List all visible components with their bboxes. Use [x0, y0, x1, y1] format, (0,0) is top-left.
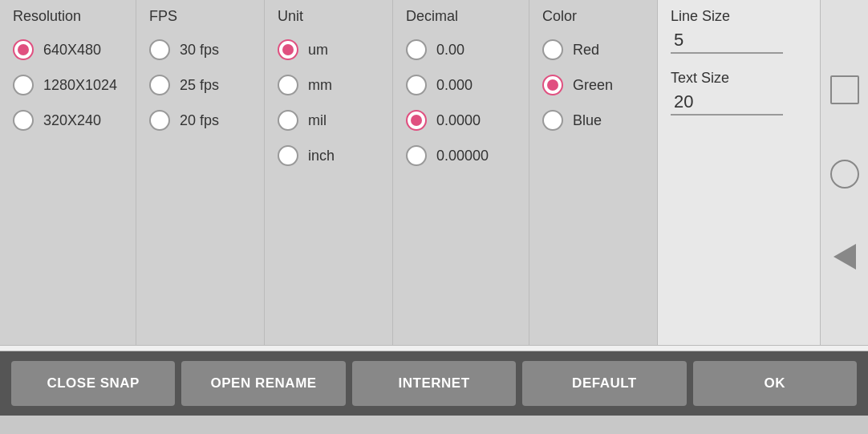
resolution-label-1: 1280X1024	[43, 77, 117, 94]
unit-label-0: um	[308, 42, 328, 59]
unit-column: Unit um mm mil inch	[265, 0, 393, 345]
resolution-label-0: 640X480	[43, 42, 101, 59]
decimal-radio-0[interactable]	[406, 39, 427, 60]
text-size-input[interactable]	[671, 90, 783, 116]
fps-radio-0[interactable]	[149, 39, 170, 60]
side-icons-panel	[820, 0, 868, 345]
square-icon[interactable]	[830, 75, 859, 104]
resolution-radio-0[interactable]	[13, 39, 34, 60]
decimal-label-3: 0.00000	[436, 148, 489, 164]
resolution-option-0[interactable]: 640X480	[13, 39, 123, 60]
resolution-column: Resolution 640X480 1280X1024 320X240	[0, 0, 136, 345]
line-size-input[interactable]	[671, 28, 783, 54]
decimal-header: Decimal	[406, 8, 516, 25]
circle-icon[interactable]	[830, 160, 859, 189]
ok-button[interactable]: OK	[693, 361, 857, 406]
color-label-2: Blue	[573, 112, 602, 129]
unit-radio-0[interactable]	[278, 39, 298, 60]
decimal-option-0[interactable]: 0.00	[406, 39, 516, 60]
unit-radio-1[interactable]	[278, 75, 298, 95]
fps-label-2: 20 fps	[180, 112, 219, 129]
unit-header: Unit	[278, 8, 379, 25]
decimal-radio-3[interactable]	[406, 145, 427, 166]
resolution-header: Resolution	[13, 8, 123, 25]
resolution-option-2[interactable]: 320X240	[13, 110, 123, 131]
color-label-0: Red	[573, 42, 599, 59]
color-header: Color	[542, 8, 644, 25]
color-option-0[interactable]: Red	[542, 39, 644, 60]
fps-header: FPS	[149, 8, 251, 25]
close-snap-button[interactable]: CLOSE SNAP	[11, 361, 175, 406]
unit-option-0[interactable]: um	[278, 39, 379, 60]
unit-label-3: inch	[308, 148, 335, 164]
decimal-option-1[interactable]: 0.000	[406, 75, 516, 95]
decimal-radio-1[interactable]	[406, 75, 427, 95]
color-radio-0[interactable]	[542, 39, 563, 60]
fps-label-0: 30 fps	[180, 42, 219, 59]
color-label-1: Green	[573, 77, 613, 94]
fps-label-1: 25 fps	[180, 77, 219, 94]
open-rename-button[interactable]: OPEN RENAME	[181, 361, 345, 406]
unit-radio-2[interactable]	[278, 110, 298, 131]
decimal-label-0: 0.00	[436, 42, 464, 59]
decimal-label-2: 0.0000	[436, 112, 481, 129]
unit-option-1[interactable]: mm	[278, 75, 379, 95]
fps-option-2[interactable]: 20 fps	[149, 110, 251, 131]
fps-option-0[interactable]: 30 fps	[149, 39, 251, 60]
color-column: Color Red Green Blue	[529, 0, 658, 345]
color-radio-2[interactable]	[542, 110, 563, 131]
fps-radio-1[interactable]	[149, 75, 170, 95]
decimal-option-3[interactable]: 0.00000	[406, 145, 516, 166]
resolution-radio-1[interactable]	[13, 75, 34, 95]
resolution-radio-2[interactable]	[13, 110, 34, 131]
decimal-option-2[interactable]: 0.0000	[406, 110, 516, 131]
fps-radio-2[interactable]	[149, 110, 170, 131]
bottom-toolbar: CLOSE SNAP OPEN RENAME INTERNET DEFAULT …	[0, 351, 868, 416]
decimal-radio-2[interactable]	[406, 110, 427, 131]
unit-label-1: mm	[308, 77, 332, 94]
internet-button[interactable]: INTERNET	[352, 361, 516, 406]
resolution-option-1[interactable]: 1280X1024	[13, 75, 123, 95]
decimal-column: Decimal 0.00 0.000 0.0000 0.00000	[393, 0, 529, 345]
default-button[interactable]: DEFAULT	[522, 361, 686, 406]
fps-column: FPS 30 fps 25 fps 20 fps	[136, 0, 265, 345]
color-option-2[interactable]: Blue	[542, 110, 644, 131]
fps-option-1[interactable]: 25 fps	[149, 75, 251, 95]
triangle-icon[interactable]	[834, 244, 856, 270]
decimal-label-1: 0.000	[436, 77, 473, 94]
divider	[0, 345, 868, 351]
resolution-label-2: 320X240	[43, 112, 101, 129]
unit-radio-3[interactable]	[278, 145, 298, 166]
color-radio-1[interactable]	[542, 75, 563, 95]
unit-option-3[interactable]: inch	[278, 145, 379, 166]
unit-option-2[interactable]: mil	[278, 110, 379, 131]
color-option-1[interactable]: Green	[542, 75, 644, 95]
unit-label-2: mil	[308, 112, 327, 129]
